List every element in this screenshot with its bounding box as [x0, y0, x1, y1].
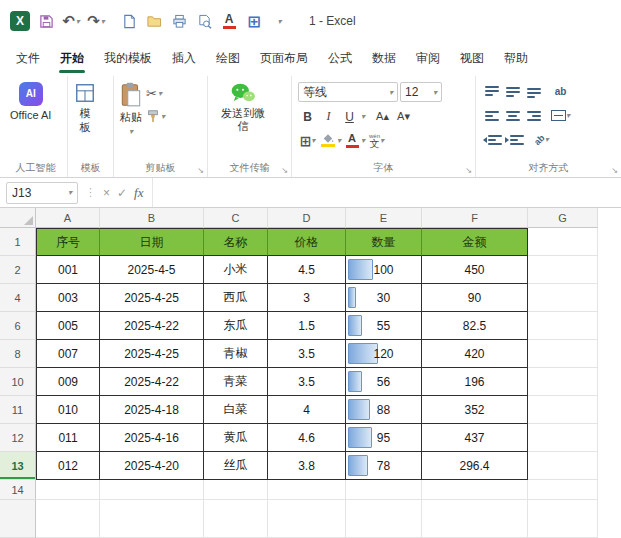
align-right-button[interactable]	[524, 106, 543, 125]
row-header-6[interactable]: 6	[0, 312, 36, 340]
row-header-13[interactable]: 13	[0, 452, 36, 480]
cell-borders-button[interactable]: ⊞ ▾	[298, 131, 317, 150]
cell-G4[interactable]	[528, 284, 598, 312]
column-header-B[interactable]: B	[100, 208, 204, 228]
cell-D11[interactable]: 4	[268, 396, 346, 424]
cell-B10[interactable]: 2025-4-22	[100, 368, 204, 396]
cell-A4[interactable]: 003	[36, 284, 100, 312]
cell-E11[interactable]: 88	[346, 396, 422, 424]
row-header-11[interactable]: 11	[0, 396, 36, 424]
cell-D14[interactable]	[268, 480, 346, 500]
cell-C-overflow[interactable]	[204, 500, 268, 538]
increase-indent-button[interactable]	[504, 130, 524, 149]
menu-tab-2[interactable]: 我的模板	[94, 42, 162, 74]
new-file-button[interactable]	[120, 10, 138, 32]
cell-B8[interactable]: 2025-4-25	[100, 340, 204, 368]
row-header-1[interactable]: 1	[0, 228, 36, 256]
menu-tab-4[interactable]: 绘图	[206, 42, 250, 74]
cell-G14[interactable]	[528, 480, 598, 500]
table-header-col-0[interactable]: 序号	[36, 228, 100, 256]
row-header-4[interactable]: 4	[0, 284, 36, 312]
fill-color-button[interactable]: ▾	[319, 131, 341, 150]
table-header-col-3[interactable]: 价格	[268, 228, 346, 256]
cell-E8[interactable]: 120	[346, 340, 422, 368]
cell-F12[interactable]: 437	[422, 424, 528, 452]
cell-C4[interactable]: 西瓜	[204, 284, 268, 312]
cell-C2[interactable]: 小米	[204, 256, 268, 284]
menu-tab-8[interactable]: 审阅	[406, 42, 450, 74]
cell-B11[interactable]: 2025-4-18	[100, 396, 204, 424]
cell-D10[interactable]: 3.5	[268, 368, 346, 396]
align-bottom-button[interactable]	[524, 82, 543, 101]
bold-button[interactable]: B	[298, 107, 317, 126]
increase-font-size-button[interactable]: A▴	[373, 107, 392, 126]
print-button[interactable]	[170, 10, 188, 32]
send-to-wechat-button[interactable]: 发送到微信	[214, 80, 272, 132]
menu-tab-9[interactable]: 视图	[450, 42, 494, 74]
row-header-overflow[interactable]	[0, 500, 36, 538]
undo-dropdown-icon[interactable]: ▾	[76, 17, 80, 26]
align-middle-button[interactable]	[503, 82, 522, 101]
cell-C6[interactable]: 东瓜	[204, 312, 268, 340]
cell-B13[interactable]: 2025-4-20	[100, 452, 204, 480]
cell-D2[interactable]: 4.5	[268, 256, 346, 284]
cell-C13[interactable]: 丝瓜	[204, 452, 268, 480]
cell-A2[interactable]: 001	[36, 256, 100, 284]
cell-B6[interactable]: 2025-4-22	[100, 312, 204, 340]
cell-F6[interactable]: 82.5	[422, 312, 528, 340]
cell-A11[interactable]: 010	[36, 396, 100, 424]
menu-tab-6[interactable]: 公式	[318, 42, 362, 74]
column-header-E[interactable]: E	[346, 208, 422, 228]
row-header-8[interactable]: 8	[0, 340, 36, 368]
cell-B14[interactable]	[100, 480, 204, 500]
cell-G8[interactable]	[528, 340, 598, 368]
cell-G6[interactable]	[528, 312, 598, 340]
row-header-10[interactable]: 10	[0, 368, 36, 396]
font-name-select[interactable]: 等线 ▾	[298, 82, 398, 102]
menu-tab-1-active[interactable]: 开始	[50, 42, 94, 74]
cell-E10[interactable]: 56	[346, 368, 422, 396]
enter-button[interactable]: ✓	[117, 186, 127, 200]
decrease-font-size-button[interactable]: A▾	[394, 107, 413, 126]
name-box[interactable]: J13 ▾	[6, 182, 78, 204]
redo-dropdown-icon[interactable]: ▾	[101, 17, 105, 26]
table-header-col-5[interactable]: 金额	[422, 228, 528, 256]
merge-center-button[interactable]: ▾	[551, 106, 570, 125]
cell-A6[interactable]: 005	[36, 312, 100, 340]
cell-G13[interactable]	[528, 452, 598, 480]
align-center-button[interactable]	[503, 106, 522, 125]
column-header-F[interactable]: F	[422, 208, 528, 228]
menu-tab-7[interactable]: 数据	[362, 42, 406, 74]
cell-G10[interactable]	[528, 368, 598, 396]
table-header-col-2[interactable]: 名称	[204, 228, 268, 256]
cell-G1[interactable]	[528, 228, 598, 256]
phonetic-guide-button[interactable]: wén 文 ▾	[367, 131, 386, 150]
orientation-button[interactable]: ab ▾	[532, 130, 551, 149]
underline-button[interactable]: U	[340, 107, 359, 126]
table-header-col-4[interactable]: 数量	[346, 228, 422, 256]
row-header-12[interactable]: 12	[0, 424, 36, 452]
ribbon-font-color-button[interactable]: A ▾	[343, 131, 365, 150]
undo-button[interactable]: ↶ ▾	[62, 10, 80, 32]
wrap-text-button[interactable]: ab	[551, 82, 570, 101]
cell-A-overflow[interactable]	[36, 500, 100, 538]
column-header-D[interactable]: D	[268, 208, 346, 228]
cell-A10[interactable]: 009	[36, 368, 100, 396]
cell-B4[interactable]: 2025-4-25	[100, 284, 204, 312]
cell-A12[interactable]: 011	[36, 424, 100, 452]
cell-F2[interactable]: 450	[422, 256, 528, 284]
cancel-button[interactable]: ×	[103, 186, 110, 200]
save-button[interactable]	[37, 10, 55, 32]
cell-F13[interactable]: 296.4	[422, 452, 528, 480]
cell-F8[interactable]: 420	[422, 340, 528, 368]
cell-G11[interactable]	[528, 396, 598, 424]
cell-C8[interactable]: 青椒	[204, 340, 268, 368]
cell-D6[interactable]: 1.5	[268, 312, 346, 340]
cell-G2[interactable]	[528, 256, 598, 284]
cell-A14[interactable]	[36, 480, 100, 500]
cell-C10[interactable]: 青菜	[204, 368, 268, 396]
formula-bar-handle-icon[interactable]: ⋮	[85, 186, 96, 199]
underline-dropdown-icon[interactable]: ▾	[361, 112, 365, 121]
print-preview-button[interactable]	[195, 10, 213, 32]
cell-C11[interactable]: 白菜	[204, 396, 268, 424]
